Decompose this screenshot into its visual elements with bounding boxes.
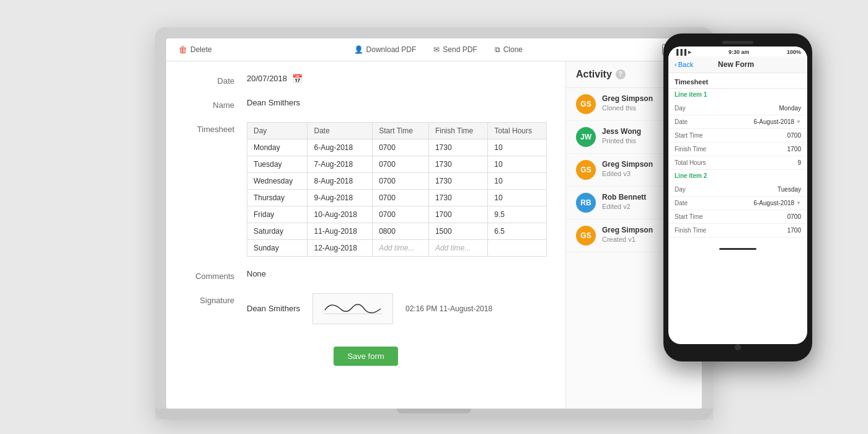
phone-date1-dropdown[interactable]: 6-August-2018 ▼: [753, 118, 801, 125]
signature-box: [312, 293, 393, 324]
cell-date: 12-Aug-2018: [308, 239, 373, 256]
timesheet-table-container: Day Date Start Time Finish Time Total Ho…: [247, 122, 547, 257]
signature-date: 02:16 PM 11-August-2018: [405, 304, 492, 313]
table-row: Friday 10-Aug-2018 0700 1700 9.5: [247, 206, 547, 223]
cell-start: 0700: [373, 172, 429, 189]
col-start: Start Time: [373, 122, 429, 139]
phone-row-day2: Day Tuesday: [668, 183, 807, 197]
cell-total: [488, 239, 547, 256]
save-form-button[interactable]: Save form: [334, 347, 397, 366]
table-row: Wednesday 8-Aug-2018 0700 1730 10: [247, 172, 547, 189]
calendar-icon[interactable]: 📅: [292, 74, 303, 84]
avatar: GS: [576, 160, 596, 180]
cell-date: 9-Aug-2018: [308, 189, 373, 206]
cell-finish: 1730: [428, 189, 487, 206]
toolbar: 🗑 Delete 👤 Download PDF ✉ Send PDF ⧉: [166, 38, 702, 61]
cell-day: Saturday: [247, 223, 308, 239]
signature-area: Dean Smithers 02:16 PM 11-August-2018: [247, 293, 547, 324]
cell-date: 7-Aug-2018: [308, 156, 373, 172]
cell-day: Sunday: [247, 239, 308, 256]
phone-signal: ▐▐▐ ▸: [675, 49, 691, 55]
phone-date2-dropdown[interactable]: 6-August-2018 ▼: [753, 200, 801, 206]
cell-finish: 1730: [428, 139, 487, 156]
phone-row-total1: Total Hours 9: [668, 156, 807, 170]
phone-row-date1: Date 6-August-2018 ▼: [668, 115, 807, 129]
date-label: Date: [185, 74, 247, 86]
phone-title: New Form: [718, 60, 754, 69]
download-pdf-button[interactable]: 👤 Download PDF: [352, 44, 419, 55]
table-row: Thursday 9-Aug-2018 0700 1730 10: [247, 189, 547, 206]
phone-shell: ▐▐▐ ▸ 9:30 am 100% ‹ Back New Form Times…: [663, 33, 812, 361]
timesheet-table: Day Date Start Time Finish Time Total Ho…: [247, 122, 547, 257]
cell-start: 0700: [373, 156, 429, 172]
timesheet-row: Timesheet Day Date Start Time Finish Tim…: [185, 122, 547, 257]
download-icon: 👤: [354, 45, 363, 54]
cell-day: Tuesday: [247, 156, 308, 172]
name-label: Name: [185, 98, 247, 110]
back-chevron-icon: ‹: [675, 61, 677, 68]
date-row: Date 20/07/2018 📅: [185, 74, 547, 86]
cell-finish: 1730: [428, 156, 487, 172]
phone-row-day1: Day Monday: [668, 102, 807, 115]
cell-finish[interactable]: Add time...: [428, 239, 487, 256]
phone-screen: ▐▐▐ ▸ 9:30 am 100% ‹ Back New Form Times…: [668, 46, 807, 344]
phone-back-button[interactable]: ‹ Back: [675, 61, 693, 68]
phone-line2-title: Line item 2: [668, 170, 807, 183]
phone-row-finish2: Finish Time 1700: [668, 224, 807, 237]
signature-name: Dean Smithers: [247, 304, 300, 313]
col-finish: Finish Time: [428, 122, 487, 139]
cell-start: 0700: [373, 206, 429, 223]
phone-row-finish1: Finish Time 1700: [668, 143, 807, 156]
cell-start: 0700: [373, 189, 429, 206]
avatar: GS: [576, 94, 596, 114]
phone-status-bar: ▐▐▐ ▸ 9:30 am 100%: [668, 46, 807, 56]
name-row: Name Dean Smithers: [185, 98, 547, 110]
laptop-base-notch: [397, 409, 471, 414]
timesheet-label: Timesheet: [185, 122, 247, 134]
comments-value: None: [247, 269, 547, 278]
table-row: Monday 6-Aug-2018 0700 1730 10: [247, 139, 547, 156]
phone-front-camera: [735, 344, 741, 350]
avatar: RB: [576, 193, 596, 213]
date-value: 20/07/2018 📅: [247, 74, 547, 84]
help-icon[interactable]: ?: [616, 69, 626, 79]
cell-total: 10: [488, 156, 547, 172]
col-total: Total Hours: [488, 122, 547, 139]
cell-total: 9.5: [488, 206, 547, 223]
phone-nav: ‹ Back New Form: [668, 56, 807, 73]
cell-total: 10: [488, 139, 547, 156]
phone-row-start1: Start Time 0700: [668, 129, 807, 143]
clone-icon: ⧉: [495, 45, 500, 54]
cell-date: 11-Aug-2018: [308, 223, 373, 239]
cell-start[interactable]: Add time...: [373, 239, 429, 256]
phone-wrapper: ▐▐▐ ▸ 9:30 am 100% ‹ Back New Form Times…: [663, 33, 812, 361]
comments-label: Comments: [185, 269, 247, 281]
laptop-shell: 🗑 Delete 👤 Download PDF ✉ Send PDF ⧉: [155, 27, 713, 420]
delete-icon: 🗑: [179, 45, 187, 55]
main-area: Date 20/07/2018 📅 Name Dean Smithers Tim…: [166, 61, 702, 409]
cell-finish: 1730: [428, 172, 487, 189]
clone-button[interactable]: ⧉ Clone: [492, 44, 525, 55]
phone-row-date2: Date 6-August-2018 ▼: [668, 197, 807, 210]
cell-day: Wednesday: [247, 172, 308, 189]
cell-day: Friday: [247, 206, 308, 223]
cell-start: 0800: [373, 223, 429, 239]
cell-finish: 1700: [428, 206, 487, 223]
send-icon: ✉: [433, 45, 440, 54]
phone-battery: 100%: [787, 49, 801, 55]
chevron-down-icon-2: ▼: [796, 200, 801, 206]
phone-speaker: [722, 41, 753, 44]
save-btn-row: Save form: [185, 337, 547, 372]
table-row: Tuesday 7-Aug-2018 0700 1730 10: [247, 156, 547, 172]
table-row: Saturday 11-Aug-2018 0800 1500 6.5: [247, 223, 547, 239]
phone-section-title: Timesheet: [668, 73, 807, 89]
phone-content: Timesheet Line item 1 Day Monday Date 6-…: [668, 73, 807, 237]
send-pdf-button[interactable]: ✉ Send PDF: [431, 44, 479, 55]
cell-finish: 1500: [428, 223, 487, 239]
phone-time: 9:30 am: [728, 49, 750, 55]
chevron-down-icon: ▼: [796, 119, 801, 125]
signature-row: Signature Dean Smithers 02: [185, 293, 547, 324]
cell-start: 0700: [373, 139, 429, 156]
cell-total: 6.5: [488, 223, 547, 239]
delete-button[interactable]: 🗑 Delete: [176, 43, 215, 56]
